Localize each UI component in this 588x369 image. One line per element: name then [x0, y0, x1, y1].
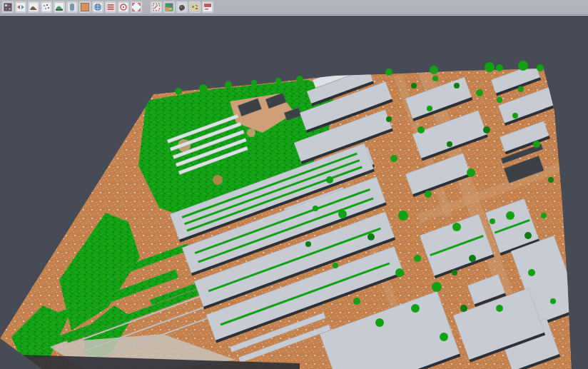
mesh-model-icon-glyph — [29, 2, 39, 12]
classification-map-icon[interactable] — [163, 1, 175, 13]
tie-points-icon[interactable] — [41, 1, 52, 13]
classes-list-icon-glyph — [106, 2, 116, 12]
dem-terrain-icon-glyph — [54, 2, 64, 12]
orthomosaic-icon[interactable] — [79, 1, 91, 13]
globe-icon[interactable] — [92, 1, 103, 13]
markers-icon[interactable] — [189, 1, 201, 13]
markers-icon-glyph — [190, 2, 200, 12]
fit-region-icon-glyph — [131, 2, 141, 12]
tie-points-icon-glyph — [41, 2, 51, 12]
main-toolbar — [0, 0, 588, 15]
target-icon-glyph — [118, 2, 128, 12]
point-cloud-scene — [0, 0, 588, 369]
side-panel-icon[interactable] — [66, 1, 78, 13]
classification-map-icon-glyph — [164, 2, 174, 12]
camera-icon-glyph — [177, 2, 187, 12]
camera-icon[interactable] — [176, 1, 188, 13]
side-panel-icon-glyph — [67, 2, 77, 12]
move-tool-icon[interactable] — [15, 1, 26, 13]
target-icon[interactable] — [118, 1, 129, 13]
classes-list-icon[interactable] — [105, 1, 116, 13]
crop-region-icon-glyph — [151, 2, 161, 12]
crop-region-icon[interactable] — [151, 1, 162, 13]
orthomosaic-icon-glyph — [80, 2, 90, 12]
flag-icon[interactable] — [202, 1, 213, 13]
flag-icon-glyph — [203, 2, 213, 12]
mesh-model-icon[interactable] — [28, 1, 39, 13]
globe-icon-glyph — [93, 2, 103, 12]
viewport-3d[interactable] — [0, 0, 588, 369]
thumbnail-icon-glyph — [3, 2, 13, 12]
dem-terrain-icon[interactable] — [54, 1, 65, 13]
move-tool-icon-glyph — [16, 2, 26, 12]
fit-region-icon[interactable] — [131, 1, 142, 13]
thumbnail-icon[interactable] — [2, 1, 14, 13]
